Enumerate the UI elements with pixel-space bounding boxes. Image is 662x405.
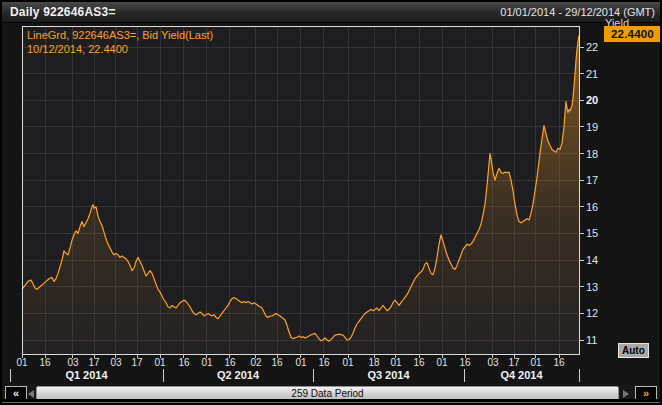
x-tick-label: 16 — [32, 357, 58, 368]
y-tick-label: 21 — [586, 68, 626, 80]
y-tick-label: 15 — [586, 227, 626, 239]
scroll-right-arrow[interactable] — [623, 390, 629, 398]
quarter-separator — [10, 369, 11, 382]
x-tick-label: 16 — [311, 357, 337, 368]
y-tick-label: 22 — [586, 41, 626, 53]
quarter-label: Q2 2014 — [193, 369, 283, 381]
x-tick-label: 01 — [335, 357, 361, 368]
x-tick-label: 16 — [546, 357, 572, 368]
y-tick-label: 19 — [586, 121, 626, 133]
price-chart[interactable] — [2, 2, 662, 405]
quarter-separator — [579, 369, 580, 382]
legend-last-value-label: 10/12/2014, 22.4400 — [27, 43, 128, 56]
quarter-label: Q1 2014 — [42, 369, 132, 381]
y-tick-label: 18 — [586, 148, 626, 160]
y-tick-label: 13 — [586, 281, 626, 293]
title-bar: Daily 922646AS3= 01/01/2014 - 29/12/2014… — [2, 2, 660, 23]
x-tick-label: 16 — [264, 357, 290, 368]
y-tick-label: 12 — [586, 307, 626, 319]
quarter-separator — [464, 369, 465, 382]
scroll-left-arrow[interactable] — [28, 390, 34, 398]
legend-series-label: LineGrd, 922646AS3=, Bid Yield(Last) — [27, 29, 213, 42]
quarter-label: Q4 2014 — [477, 369, 567, 381]
y-tick-label: 20 — [586, 94, 626, 106]
x-tick-label: 16 — [452, 357, 478, 368]
chart-title: Daily 922646AS3= — [10, 5, 116, 19]
date-range-label: 01/01/2014 - 29/12/2014 (GMT) — [500, 6, 655, 18]
y-tick-label: 14 — [586, 254, 626, 266]
auto-scale-button[interactable]: Auto — [618, 343, 649, 358]
x-tick-label: 16 — [217, 357, 243, 368]
quarter-separator — [163, 369, 164, 382]
last-price-badge: 22.4400 — [604, 26, 661, 42]
y-tick-label: 16 — [586, 201, 626, 213]
quarter-label: Q3 2014 — [344, 369, 434, 381]
window-bottom-edge — [2, 399, 660, 403]
chart-window: Daily 922646AS3= 01/01/2014 - 29/12/2014… — [0, 0, 662, 405]
x-tick-label: 01 — [147, 357, 173, 368]
y-tick-label: 17 — [586, 174, 626, 186]
quarter-separator — [313, 369, 314, 382]
